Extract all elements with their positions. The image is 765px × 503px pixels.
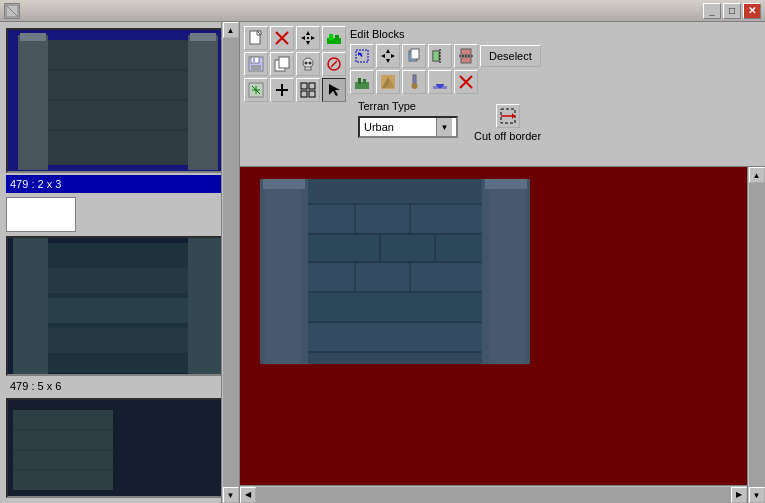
svg-rect-59	[301, 91, 307, 97]
grid-button[interactable]	[296, 78, 320, 102]
svg-rect-115	[260, 179, 530, 364]
terrain-selected-value: Urban	[364, 121, 394, 133]
white-mini-thumbnail	[6, 197, 76, 232]
terrain-type-label: Terran Type	[358, 100, 458, 112]
cursor-button[interactable]	[322, 78, 346, 102]
svg-rect-12	[8, 30, 226, 173]
eb-brush-button[interactable]	[402, 70, 426, 94]
svg-rect-74	[461, 57, 471, 63]
terrain-dropdown-arrow[interactable]: ▼	[436, 118, 452, 136]
svg-marker-66	[381, 54, 385, 58]
grass-button[interactable]	[322, 26, 346, 50]
cancel-button[interactable]	[322, 52, 346, 76]
canvas-scroll-up-button[interactable]: ▲	[749, 167, 765, 183]
scroll-left-button[interactable]: ◀	[240, 487, 256, 503]
eb-select-button[interactable]	[350, 44, 374, 68]
canvas-wrapper: ◀ ▶ ▲ ▼	[240, 167, 765, 503]
svg-rect-78	[363, 79, 366, 84]
toolbar-area: Edit Blocks	[240, 22, 765, 167]
deselect-button[interactable]: Deselect	[480, 45, 541, 67]
left-panel-scrollbar: ▲ ▼	[221, 22, 239, 503]
eb-delete-button[interactable]	[454, 70, 478, 94]
svg-rect-41	[251, 65, 261, 70]
svg-marker-67	[391, 54, 395, 58]
canvas-scroll-down-button[interactable]: ▼	[749, 487, 765, 503]
svg-rect-69	[411, 49, 419, 59]
svg-point-47	[305, 62, 308, 65]
maximize-button[interactable]: □	[723, 3, 741, 19]
title-bar-left	[4, 3, 20, 19]
horizontal-scrollbar: ◀ ▶	[240, 485, 747, 503]
edit-blocks-area: Edit Blocks	[350, 26, 761, 162]
move-button[interactable]	[296, 26, 320, 50]
svg-rect-20	[8, 238, 226, 376]
v-scroll-track[interactable]	[749, 183, 765, 487]
add-button[interactable]	[270, 78, 294, 102]
tool-row-3	[244, 78, 346, 102]
h-scroll-track[interactable]	[256, 487, 731, 503]
terrain-select[interactable]: Urban ▼	[358, 116, 458, 138]
eb-move-button[interactable]	[376, 44, 400, 68]
left-panel: 479 : 2 x 3 479 : 5	[0, 22, 240, 503]
svg-rect-37	[329, 34, 333, 40]
svg-rect-58	[309, 83, 315, 89]
thumbnail-mid	[6, 236, 226, 376]
eb-fill-button[interactable]	[428, 70, 452, 94]
scroll-down-button[interactable]: ▼	[223, 487, 239, 503]
right-area: Edit Blocks	[240, 22, 765, 503]
eb-fliph-button[interactable]	[428, 44, 452, 68]
svg-rect-60	[309, 91, 315, 97]
scroll-right-button[interactable]: ▶	[731, 487, 747, 503]
svg-rect-57	[301, 83, 307, 89]
cutoff-border-button[interactable]	[496, 104, 520, 128]
thumbnail-bot	[6, 398, 226, 498]
svg-marker-89	[512, 113, 515, 119]
tool-row-2	[244, 52, 346, 76]
top-label: 479 : 2 x 3	[6, 175, 226, 193]
copy-button[interactable]	[270, 52, 294, 76]
edit-blocks-row-2	[350, 70, 761, 94]
svg-point-48	[309, 62, 312, 65]
canvas-area[interactable]	[240, 167, 747, 485]
close-button[interactable]: ✕	[743, 3, 761, 19]
svg-rect-71	[433, 51, 439, 61]
svg-rect-42	[253, 58, 255, 62]
svg-rect-76	[355, 82, 369, 89]
tool-column-left	[244, 26, 346, 162]
main-container: 479 : 2 x 3 479 : 5	[0, 22, 765, 503]
thumbnail-top	[6, 28, 226, 173]
eb-copy-button[interactable]	[402, 44, 426, 68]
cutoff-border-label: Cut off border	[474, 130, 541, 142]
svg-rect-44	[279, 57, 289, 68]
save-button[interactable]	[244, 52, 268, 76]
svg-rect-82	[413, 75, 416, 84]
cutoff-border-area: Cut off border	[474, 104, 541, 142]
vertical-scrollbar: ▲ ▼	[747, 167, 765, 503]
eb-flipv-button[interactable]	[454, 44, 478, 68]
svg-marker-64	[386, 49, 390, 53]
svg-rect-46	[305, 67, 311, 70]
scroll-track[interactable]	[223, 38, 239, 487]
scroll-up-button[interactable]: ▲	[223, 22, 239, 38]
terrain-area: Terran Type Urban ▼	[350, 100, 458, 138]
svg-point-83	[412, 83, 418, 89]
app-icon	[4, 3, 20, 19]
canvas-column: ◀ ▶	[240, 167, 747, 503]
svg-marker-33	[301, 36, 305, 40]
svg-rect-35	[307, 37, 309, 39]
close-file-button[interactable]	[270, 26, 294, 50]
svg-marker-65	[386, 59, 390, 63]
svg-rect-38	[335, 35, 339, 40]
bottom-label: 479 : 5 x 6	[6, 378, 226, 394]
new-button[interactable]	[244, 26, 268, 50]
bottom-label-text: 479 : 5 x 6	[10, 380, 61, 392]
edit-blocks-title: Edit Blocks	[350, 26, 761, 42]
title-bar: _ □ ✕	[0, 0, 765, 22]
settings-button[interactable]	[244, 78, 268, 102]
skull-button[interactable]	[296, 52, 320, 76]
top-label-text: 479 : 2 x 3	[10, 178, 61, 190]
eb-terrain2-button[interactable]	[376, 70, 400, 94]
eb-terrain1-button[interactable]	[350, 70, 374, 94]
svg-marker-34	[311, 36, 315, 40]
minimize-button[interactable]: _	[703, 3, 721, 19]
